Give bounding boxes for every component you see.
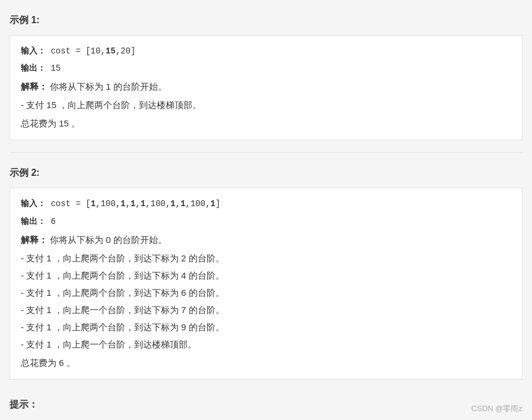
example2-explain-line: 解释： 你将从下标为 0 的台阶开始。 bbox=[21, 232, 511, 248]
watermark: CSDN @零雨z bbox=[471, 403, 522, 414]
example2-detail5-text: - 支付 1 ，向上爬两个台阶，到达下标为 9 的台阶。 bbox=[21, 322, 224, 332]
example2-detail4-text: - 支付 1 ，向上爬一个台阶，到达下标为 7 的台阶。 bbox=[21, 305, 224, 315]
example2-title: 示例 2: bbox=[10, 162, 522, 184]
example2-explain-text: 你将从下标为 0 的台阶开始。 bbox=[50, 235, 167, 245]
example2-detail6-text: - 支付 1 ，向上爬一个台阶，到达楼梯顶部。 bbox=[21, 339, 197, 349]
example2-detail6: - 支付 1 ，向上爬一个台阶，到达楼梯顶部。 bbox=[21, 336, 511, 352]
example2-title-text: 示例 2: bbox=[10, 168, 40, 178]
example1-input-code: cost = [10,15,20] bbox=[50, 46, 135, 56]
example1-output-value: 15 bbox=[50, 64, 61, 73]
divider1 bbox=[10, 152, 522, 153]
example1-explain-label: 解释： bbox=[21, 81, 48, 91]
example1-explain-line: 解释： 你将从下标为 1 的台阶开始。 bbox=[21, 78, 511, 94]
example2-input-label: 输入： bbox=[21, 199, 46, 209]
example2-detail3: - 支付 1 ，向上爬两个台阶，到达下标为 6 的台阶。 bbox=[21, 285, 511, 301]
example2-detail5: - 支付 1 ，向上爬两个台阶，到达下标为 9 的台阶。 bbox=[21, 319, 511, 335]
example2-detail1: - 支付 1 ，向上爬两个台阶，到达下标为 2 的台阶。 bbox=[21, 250, 511, 266]
example2-detail4: - 支付 1 ，向上爬一个台阶，到达下标为 7 的台阶。 bbox=[21, 302, 511, 318]
example1-box: 输入： cost = [10,15,20] 输出： 15 解释： 你将从下标为 … bbox=[10, 35, 522, 140]
example2-total-text: 总花费为 6 。 bbox=[21, 358, 75, 368]
example2-box: 输入： cost = [1,100,1,1,1,100,1,1,100,1] 输… bbox=[10, 188, 522, 379]
example2-detail3-text: - 支付 1 ，向上爬两个台阶，到达下标为 6 的台阶。 bbox=[21, 288, 224, 298]
example1-title: 示例 1: bbox=[10, 10, 522, 31]
hints-title: 提示： bbox=[10, 399, 522, 411]
example1-output-label: 输出： bbox=[21, 64, 46, 73]
page-container: 示例 1: 输入： cost = [10,15,20] 输出： 15 解释： 你… bbox=[0, 0, 532, 420]
hint-item1: 2 <= cost.length <= 1000 bbox=[26, 417, 522, 420]
example2-detail2: - 支付 1 ，向上爬两个台阶，到达下标为 4 的台阶。 bbox=[21, 267, 511, 283]
example2-output-value: 6 bbox=[50, 217, 55, 226]
watermark-text: CSDN @零雨z bbox=[471, 404, 522, 413]
example2-detail2-text: - 支付 1 ，向上爬两个台阶，到达下标为 4 的台阶。 bbox=[21, 270, 224, 280]
example2-input-code: cost = [1,100,1,1,1,100,1,1,100,1] bbox=[50, 199, 220, 209]
example2-section: 示例 2: 输入： cost = [1,100,1,1,1,100,1,1,10… bbox=[10, 162, 522, 379]
hints-section: 提示： 2 <= cost.length <= 1000 0 <= cost[i… bbox=[10, 394, 522, 420]
example2-total: 总花费为 6 。 bbox=[21, 355, 511, 371]
example1-input-label: 输入： bbox=[21, 46, 46, 56]
hints-title-text: 提示： bbox=[10, 399, 38, 409]
example2-detail1-text: - 支付 1 ，向上爬两个台阶，到达下标为 2 的台阶。 bbox=[21, 253, 224, 263]
example1-output-line: 输出： 15 bbox=[21, 61, 511, 76]
example1-title-text: 示例 1: bbox=[10, 15, 40, 25]
example1-total-text: 总花费为 15 。 bbox=[21, 118, 80, 128]
example1-input-line: 输入： cost = [10,15,20] bbox=[21, 44, 511, 59]
example2-explain-label: 解释： bbox=[21, 235, 48, 245]
example1-explain-text: 你将从下标为 1 的台阶开始。 bbox=[50, 81, 167, 91]
example1-total: 总花费为 15 。 bbox=[21, 115, 511, 131]
example2-input-line: 输入： cost = [1,100,1,1,1,100,1,1,100,1] bbox=[21, 197, 511, 211]
example2-output-line: 输出： 6 bbox=[21, 214, 511, 229]
example1-detail1: - 支付 15 ，向上爬两个台阶，到达楼梯顶部。 bbox=[21, 97, 511, 113]
hints-list: 2 <= cost.length <= 1000 0 <= cost[i] <=… bbox=[10, 417, 522, 420]
example1-detail1-text: - 支付 15 ，向上爬两个台阶，到达楼梯顶部。 bbox=[21, 100, 201, 110]
example2-output-label: 输出： bbox=[21, 217, 46, 226]
example1-section: 示例 1: 输入： cost = [10,15,20] 输出： 15 解释： 你… bbox=[10, 10, 522, 140]
